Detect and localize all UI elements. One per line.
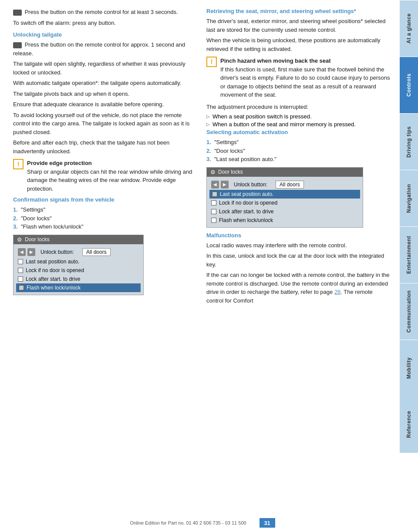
malfunctions-heading: Malfunctions (206, 232, 391, 239)
malfunctions-para3: If the car can no longer be locked with … (206, 271, 391, 305)
screen-row-3-highlighted: Flash when lock/unlock (16, 283, 141, 292)
malfunctions-para1: Local radio waves may interfere with the… (206, 241, 391, 250)
unlocking-tailgate-para3: With automatic tailgate operation*: the … (13, 79, 198, 88)
selecting-heading: Selecting automatic activation (206, 129, 391, 135)
edge-protection-warning: ! Provide edge protection Sharp or angul… (13, 159, 198, 193)
screen-row-unlock-r: ◀ ▶ Unlock button: All doors (211, 179, 358, 190)
triangle-bullet-1: ▷ (206, 114, 211, 119)
sidebar-tab-at-a-glance[interactable]: At a glance (400, 0, 418, 57)
unlocking-tailgate-para5: Ensure that adequate clearance is availa… (13, 100, 198, 109)
sidebar-tab-communication[interactable]: Communication (400, 283, 418, 340)
footer-text: Online Edition for Part no. 01 40 2 606 … (130, 520, 246, 525)
left-arrow[interactable]: ◀ (18, 248, 26, 256)
sidebar-tab-entertainment[interactable]: Entertainment (400, 226, 418, 283)
checkbox-0[interactable] (18, 259, 23, 264)
gear-icon: ⚙ (17, 236, 22, 243)
page-ref-link[interactable]: 28 (334, 289, 340, 295)
main-content: Press the button on the remote control f… (0, 0, 400, 532)
malfunctions-section: Malfunctions Local radio waves may inter… (206, 232, 391, 305)
bullet-line-2: ▷ When a button of the seat and mirror m… (206, 121, 391, 128)
unlocking-tailgate-heading: Unlocking tailgate (13, 31, 198, 38)
unlocking-tailgate-para4: The tailgate pivots back and up when it … (13, 90, 198, 98)
adjustment-interrupted: The adjustment procedure is interrupted: (206, 103, 391, 111)
sidebar-tab-driving-tips[interactable]: Driving tips (400, 113, 418, 170)
checkbox-r2[interactable] (211, 209, 216, 214)
intro-para2: To switch off the alarm: press any butto… (13, 19, 198, 27)
screen-row-2: Lock after start. to drive (18, 275, 139, 283)
left-arrow-r[interactable]: ◀ (211, 181, 219, 189)
screen-title-left: ⚙ Door locks (13, 235, 143, 244)
confirmation-signals-heading: Confirmation signals from the vehicle (13, 196, 198, 203)
page-wrapper: Press the button on the remote control f… (0, 0, 418, 532)
gear-icon2: ⚙ (210, 169, 216, 175)
screen-row-r1: Lock if no door is opened (211, 199, 358, 207)
list-item: 3. "Last seat position auto." (206, 155, 391, 164)
unlocking-tailgate-para7: Before and after each trip, check that t… (13, 138, 198, 155)
sidebar: At a glance Controls Driving tips Naviga… (400, 0, 418, 532)
intro-section: Press the button on the remote control f… (13, 8, 198, 27)
screen-title-right: ⚙ Door locks (207, 168, 363, 177)
malfunctions-para2: In this case, unlock and lock the car at… (206, 252, 391, 269)
right-screen-mockup: ⚙ Door locks ◀ ▶ Unlock button: All door… (206, 167, 363, 228)
screen-row-1: Lock if no door is opened (18, 266, 139, 275)
list-item: 2. "Door locks" (13, 214, 198, 223)
warning-icon1: ! (13, 159, 24, 169)
unlocking-tailgate-section: Unlocking tailgate Press the button on t… (13, 31, 198, 193)
retrieving-heading: Retrieving the seat, mirror, and steerin… (206, 8, 391, 14)
right-column: Retrieving the seat, mirror, and steerin… (206, 8, 391, 515)
checkbox-1[interactable] (18, 268, 23, 273)
sidebar-tab-reference[interactable]: Reference (400, 396, 418, 453)
screen-row-r0-highlighted: Last seat position auto. (209, 190, 360, 199)
nav-arrows: ◀ ▶ (18, 248, 35, 256)
two-col-layout: Press the button on the remote control f… (13, 8, 391, 515)
nav-arrows-r: ◀ ▶ (211, 181, 229, 189)
checkbox-r3[interactable] (211, 218, 216, 223)
confirmation-signals-list: 1. "Settings" 2. "Door locks" 3. "Flash … (13, 205, 198, 231)
right-arrow[interactable]: ▶ (27, 248, 35, 256)
remote-icon (13, 10, 22, 16)
screen-row-r2: Lock after start. to drive (211, 207, 358, 216)
retrieving-section: Retrieving the seat, mirror, and steerin… (206, 8, 391, 128)
selecting-section: Selecting automatic activation 1. "Setti… (206, 129, 391, 228)
pinch-hazard-warning-text: Pinch hazard when moving back the seat I… (220, 57, 391, 99)
retrieving-para1: The driver's seat, exterior mirror, and … (206, 17, 391, 34)
sidebar-tab-mobility[interactable]: Mobility (400, 340, 418, 396)
list-item: 3. "Flash when lock/unlock" (13, 222, 198, 231)
triangle-bullet-2: ▷ (206, 122, 211, 127)
left-screen-mockup: ⚙ Door locks ◀ ▶ Unlock button: All door… (13, 235, 144, 295)
checkbox-r1[interactable] (211, 200, 216, 205)
bullet-line-1: ▷ When a seat position switch is pressed… (206, 113, 391, 120)
checkbox-2[interactable] (18, 276, 23, 282)
sidebar-tab-navigation[interactable]: Navigation (400, 170, 418, 226)
screen-row-0: Last seat position auto. (18, 257, 139, 266)
warning-icon2: ! (206, 57, 217, 67)
sidebar-tab-controls[interactable]: Controls (400, 57, 418, 113)
unlocking-tailgate-para6: To avoid locking yourself out of the veh… (13, 111, 198, 137)
screen-body-right: ◀ ▶ Unlock button: All doors Last seat p… (207, 177, 363, 227)
screen-row-unlock: ◀ ▶ Unlock button: All doors (18, 247, 139, 257)
retrieving-para2: When the vehicle is being unlocked, thes… (206, 36, 391, 53)
confirmation-signals-section: Confirmation signals from the vehicle 1.… (13, 196, 198, 295)
list-item: 2. "Door locks" (206, 147, 391, 155)
unlocking-tailgate-para1: Press the button on the remote control f… (13, 40, 198, 57)
pinch-hazard-warning: ! Pinch hazard when moving back the seat… (206, 57, 391, 99)
left-column: Press the button on the remote control f… (13, 8, 198, 515)
edge-protection-warning-text: Provide edge protection Sharp or angular… (27, 159, 198, 193)
screen-row-r3: Flash when lock/unlock (211, 216, 358, 225)
checkbox-r0[interactable] (212, 192, 217, 197)
checkbox-3[interactable] (19, 285, 24, 290)
page-footer: Online Edition for Part no. 01 40 2 606 … (0, 518, 418, 528)
right-arrow-r[interactable]: ▶ (221, 181, 229, 189)
remote-icon2 (13, 42, 22, 48)
selecting-list: 1. "Settings" 2. "Door locks" 3. "Last s… (206, 138, 391, 164)
list-item: 1. "Settings" (206, 138, 391, 147)
unlocking-tailgate-para2: The tailgate will open slightly, regardl… (13, 60, 198, 77)
list-item: 1. "Settings" (13, 205, 198, 214)
page-number: 31 (260, 518, 275, 528)
intro-para1: Press the button on the remote control f… (13, 8, 198, 17)
screen-body-left: ◀ ▶ Unlock button: All doors Last seat p… (13, 244, 143, 295)
